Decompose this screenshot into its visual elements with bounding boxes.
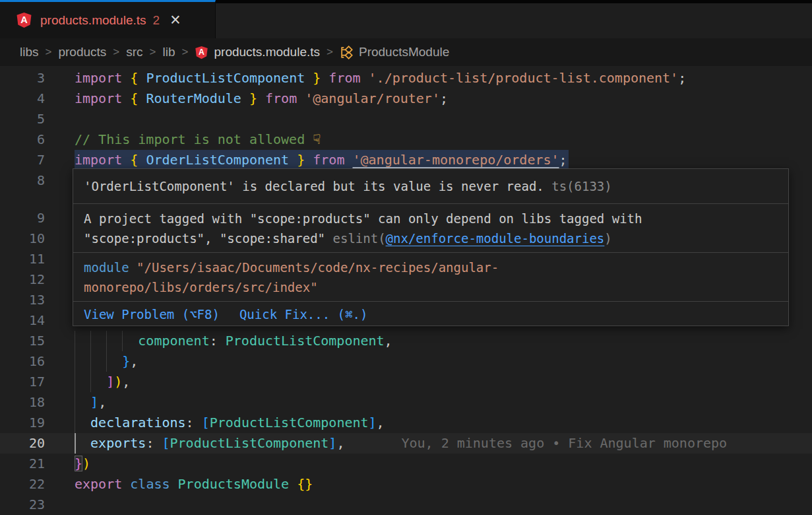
code-line-6[interactable]: 6// This import is not allowed ☟	[0, 129, 812, 150]
code-token: ,	[130, 353, 138, 369]
vscode-window: A products.module.ts 2 × libs>products>s…	[0, 0, 812, 515]
line-number: 20	[0, 433, 66, 454]
code-content: },	[66, 351, 138, 372]
line-number: 12	[0, 269, 66, 290]
code-token: ☟	[313, 131, 321, 147]
code-token: ProductListComponent	[226, 333, 385, 349]
code-token: }	[305, 70, 328, 86]
code-line-15[interactable]: 15 component: ProductListComponent,	[0, 331, 812, 351]
code-token: {	[130, 90, 146, 106]
indent-guide	[75, 413, 90, 433]
line-number: 22	[0, 474, 66, 495]
line-number: 23	[0, 495, 66, 515]
code-content: export class ProductsModule {}	[66, 474, 313, 495]
code-content: import { OrderListComponent } from '@ang…	[66, 150, 569, 170]
breadcrumb-separator-icon: >	[182, 46, 189, 59]
line-number: 8	[0, 170, 66, 191]
code-token: RouterModule	[146, 90, 241, 106]
code-line-3[interactable]: 3import { ProductListComponent } from '.…	[0, 68, 812, 88]
tab-products-module[interactable]: A products.module.ts 2 ×	[0, 0, 216, 38]
tab-strip-empty	[216, 0, 812, 38]
indent-guide	[75, 331, 90, 351]
code-token: }	[289, 152, 313, 168]
line-number: 13	[0, 290, 66, 310]
breadcrumb-item-products[interactable]: products	[58, 45, 106, 59]
line-number: 9	[0, 208, 66, 228]
code-token: import	[75, 70, 130, 86]
breadcrumb-item-products.module.ts[interactable]: Aproducts.module.ts	[195, 45, 320, 59]
code-line-4[interactable]: 4import { RouterModule } from '@angular/…	[0, 88, 812, 109]
code-content: import { ProductListComponent } from './…	[66, 68, 686, 88]
breadcrumb-label: libs	[20, 45, 39, 59]
indent-guide	[75, 372, 90, 392]
breadcrumb-label: lib	[163, 45, 175, 59]
indent-guide	[90, 331, 106, 351]
breadcrumb-label: ProductsModule	[359, 45, 449, 59]
hover-section: 'OrderListComponent' is declared but its…	[73, 169, 788, 203]
class-symbol-icon	[340, 46, 354, 59]
indent-guide	[75, 392, 90, 413]
code-content: // This import is not allowed ☟	[66, 129, 321, 150]
code-token: )	[114, 374, 122, 390]
code-token: }	[122, 353, 130, 369]
line-number: 14	[0, 310, 66, 331]
eslint-rule-link[interactable]: @nx/enforce-module-boundaries	[386, 231, 605, 246]
code-line-16[interactable]: 16 },	[0, 351, 812, 372]
code-token: ]	[369, 415, 377, 430]
code-line-21[interactable]: 21})	[0, 454, 812, 474]
close-icon[interactable]: ×	[170, 11, 181, 29]
breadcrumb-item-productsmodule[interactable]: ProductsModule	[340, 45, 449, 59]
indent-guide	[75, 433, 90, 454]
line-number: 10	[0, 228, 66, 249]
code-token: ,	[122, 374, 130, 390]
breadcrumb-label: products	[58, 45, 106, 59]
code-content: exports: [ProductListComponent],You, 2 m…	[66, 433, 727, 454]
tab-error-count-badge: 2	[153, 13, 160, 28]
line-number: 4	[0, 88, 66, 109]
line-number: 16	[0, 351, 66, 372]
hover-action-bar: View Problem (⌥F8)Quick Fix... (⌘.)	[73, 301, 788, 327]
breadcrumb-item-src[interactable]: src	[126, 45, 142, 59]
diagnostic-hover-popup: 'OrderListComponent' is declared but its…	[73, 168, 789, 326]
code-line-5[interactable]: 5	[0, 109, 812, 129]
breadcrumb-item-lib[interactable]: lib	[163, 45, 175, 59]
code-token: ]	[90, 394, 98, 410]
line-number: 3	[0, 68, 66, 88]
code-content: })	[66, 454, 90, 474]
code-line-20[interactable]: 20 exports: [ProductListComponent],You, …	[0, 433, 812, 454]
hover-text: "/Users/isaac/Documents/code/nx-recipes/…	[84, 260, 499, 294]
quick-fix-link[interactable]: Quick Fix... (⌘.)	[239, 304, 367, 324]
code-line-22[interactable]: 22export class ProductsModule {}	[0, 474, 812, 495]
tab-title: products.module.ts	[40, 13, 146, 28]
code-token: {	[130, 152, 146, 168]
code-line-7[interactable]: 7import { OrderListComponent } from '@an…	[0, 150, 812, 170]
error-highlight-range: import { OrderListComponent } from '@ang…	[75, 150, 569, 170]
code-token: :	[146, 435, 162, 451]
view-problem-link[interactable]: View Problem (⌥F8)	[84, 304, 220, 324]
code-line-18[interactable]: 18 ],	[0, 392, 812, 413]
code-line-19[interactable]: 19 declarations: [ProductListComponent],	[0, 413, 812, 433]
hover-text: eslint(	[333, 231, 386, 246]
code-token: ;	[559, 152, 567, 168]
code-token: ,	[98, 394, 106, 410]
breadcrumb-label: src	[126, 45, 142, 59]
code-line-17[interactable]: 17 ]),	[0, 372, 812, 392]
code-content: ],	[66, 392, 106, 413]
line-number: 15	[0, 331, 66, 351]
code-token: ProductsModule	[178, 476, 297, 492]
code-token: ,	[377, 415, 385, 430]
breadcrumb: libs>products>src>lib>Aproducts.module.t…	[0, 38, 812, 66]
line-number: 7	[0, 150, 66, 170]
hover-section: A project tagged with "scope:products" c…	[73, 203, 788, 252]
code-token: [	[202, 415, 210, 430]
hover-text: 'OrderListComponent' is declared but its…	[84, 179, 544, 193]
code-token: ProductListComponent	[210, 415, 369, 430]
code-token: from	[265, 90, 305, 106]
code-line-23[interactable]: 23	[0, 495, 812, 515]
code-content	[66, 109, 75, 129]
breadcrumb-item-libs[interactable]: libs	[20, 45, 39, 59]
code-token: from	[328, 70, 368, 86]
code-editor[interactable]: 3import { ProductListComponent } from '.…	[0, 66, 812, 515]
indent-guide	[106, 331, 122, 351]
code-content: component: ProductListComponent,	[66, 331, 392, 351]
